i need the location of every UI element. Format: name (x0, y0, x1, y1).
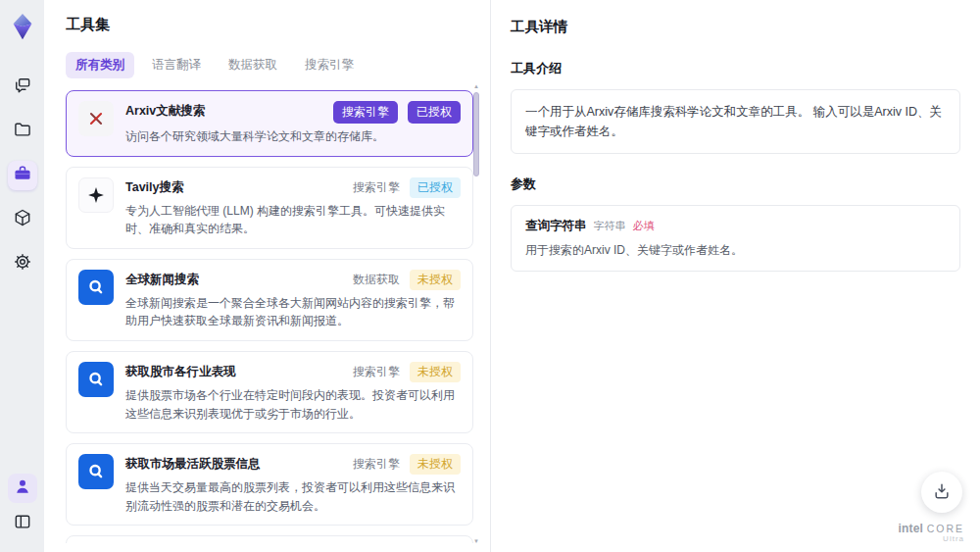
arxiv-icon (78, 101, 114, 136)
left-rail (0, 0, 44, 552)
tool-description: 访问各个研究领域大量科学论文和文章的存储库。 (125, 127, 461, 146)
chat-icon (13, 75, 32, 99)
nav-chat[interactable] (8, 73, 37, 102)
tool-card[interactable]: 获取股市各行业表现 搜索引擎 未授权 提供股票市场各个行业在特定时间段内的表现。… (66, 351, 473, 433)
tab-data-acquisition[interactable]: 数据获取 (219, 52, 287, 78)
param-desc: 用于搜索的Arxiv ID、关键字或作者姓名。 (525, 242, 946, 259)
tool-name: 获取股市各行业表现 (125, 362, 343, 380)
app-logo-icon (8, 12, 37, 41)
tool-category-badge: 搜索引擎 (333, 101, 398, 124)
tool-auth-badge: 未授权 (410, 270, 461, 290)
tool-name: Arxiv文献搜索 (125, 101, 323, 120)
tool-description: 专为人工智能代理 (LLM) 构建的搜索引擎工具。可快速提供实时、准确和真实的结… (125, 202, 461, 238)
panel-toggle-icon (13, 512, 32, 535)
tool-category-badge: 搜索引擎 (353, 362, 400, 380)
tool-card[interactable]: 万维地区新闻查询 搜索引擎 未授权 查询具体行政区划内的新闻，快速了解各地新闻动 (66, 535, 473, 543)
tool-category-badge: 搜索引擎 (353, 454, 400, 473)
tool-auth-badge: 已授权 (408, 101, 461, 124)
tool-card[interactable]: Arxiv文献搜索 搜索引擎 已授权 访问各个研究领域大量科学论文和文章的存储库… (66, 90, 473, 157)
scrollbar-thumb[interactable] (473, 92, 479, 176)
nav-user[interactable] (8, 474, 37, 503)
tool-category-badge: 数据获取 (353, 270, 400, 288)
param-type: 字符串 (594, 219, 626, 233)
category-tabs: 所有类别语言翻译数据获取搜索引擎 (66, 52, 490, 78)
news-search-icon (78, 362, 114, 397)
scrollbar[interactable]: ▲ ▼ (472, 82, 480, 545)
tool-description: 提供当天交易量最高的股票列表，投资者可以利用这些信息来识别流动性强的股票和潜在的… (125, 478, 461, 515)
news-search-icon (78, 454, 114, 489)
nav-files[interactable] (8, 117, 37, 146)
intel-core-logo: intel CORE Ultra (898, 523, 964, 544)
toolbox-icon (13, 164, 32, 187)
detail-title: 工具详情 (511, 18, 960, 36)
tool-description: 提供股票市场各个行业在特定时间段内的表现。投资者可以利用这些信息来识别表现优于或… (125, 386, 461, 423)
tab-all-categories[interactable]: 所有类别 (66, 52, 134, 78)
tool-card[interactable]: Tavily搜索 搜索引擎 已授权 专为人工智能代理 (LLM) 构建的搜索引擎… (66, 167, 473, 249)
nav-settings[interactable] (8, 249, 37, 278)
rail-nav (8, 73, 37, 278)
tool-card[interactable]: 全球新闻搜索 数据获取 未授权 全球新闻搜索是一个聚合全球各大新闻网站内容的搜索… (66, 259, 473, 341)
tool-card[interactable]: 获取市场最活跃股票信息 搜索引擎 未授权 提供当天交易量最高的股票列表，投资者可… (66, 443, 473, 526)
tool-name: 获取市场最活跃股票信息 (125, 454, 343, 473)
tool-name: Tavily搜索 (125, 177, 343, 196)
intro-text-box: 一个用于从Arxiv存储库搜索科学论文和文章的工具。 输入可以是Arxiv ID… (511, 89, 960, 154)
intro-heading: 工具介绍 (511, 60, 960, 77)
param-name: 查询字符串 (525, 218, 587, 234)
tab-language-translation[interactable]: 语言翻译 (142, 52, 211, 78)
app-window: 工具集 所有类别语言翻译数据获取搜索引擎 Arxiv文献搜索 搜索引擎 已授权 … (0, 0, 980, 552)
sparkle-icon (78, 177, 114, 213)
tool-name: 全球新闻搜索 (125, 270, 343, 288)
nav-toolbox[interactable] (8, 161, 37, 190)
tool-auth-badge: 已授权 (410, 177, 461, 198)
tool-auth-badge: 未授权 (410, 362, 461, 382)
rail-bottom (8, 474, 37, 552)
download-icon (932, 481, 952, 504)
news-search-icon (78, 270, 114, 305)
param-head: 查询字符串 字符串 必填 (525, 218, 946, 234)
page-title: 工具集 (66, 16, 490, 34)
scroll-down-icon[interactable]: ▼ (472, 537, 480, 545)
tool-detail-panel: 工具详情 工具介绍 一个用于从Arxiv存储库搜索科学论文和文章的工具。 输入可… (490, 0, 980, 552)
folder-icon (13, 120, 32, 143)
tool-list: Arxiv文献搜索 搜索引擎 已授权 访问各个研究领域大量科学论文和文章的存储库… (66, 90, 473, 543)
settings-icon (13, 252, 32, 276)
param-required-badge: 必填 (633, 219, 655, 233)
scroll-up-icon[interactable]: ▲ (472, 82, 480, 90)
user-icon (13, 477, 32, 500)
nav-panel-toggle[interactable] (8, 509, 37, 538)
tool-description: 全球新闻搜索是一个聚合全球各大新闻网站内容的搜索引擎，帮助用户快速获取全球最新资… (125, 294, 461, 330)
tool-auth-badge: 未授权 (410, 454, 461, 475)
param-box: 查询字符串 字符串 必填 用于搜索的Arxiv ID、关键字或作者姓名。 (511, 205, 960, 272)
tool-category-badge: 搜索引擎 (353, 177, 400, 196)
download-button[interactable] (921, 472, 962, 513)
nav-models[interactable] (8, 205, 37, 234)
tab-search-engine[interactable]: 搜索引擎 (295, 52, 364, 78)
cube-icon (13, 208, 32, 231)
params-heading: 参数 (511, 176, 960, 193)
tool-list-panel: 工具集 所有类别语言翻译数据获取搜索引擎 Arxiv文献搜索 搜索引擎 已授权 … (44, 0, 490, 552)
